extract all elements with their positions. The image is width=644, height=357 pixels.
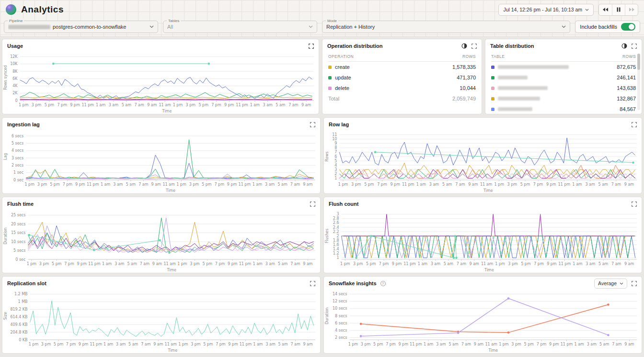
series-color-dot: [491, 108, 494, 111]
svg-text:1 sec: 1 sec: [13, 170, 23, 175]
svg-text:3 pm: 3 pm: [507, 182, 518, 187]
expand-button[interactable]: [632, 201, 637, 207]
toggle-knob: [629, 24, 634, 30]
svg-text:1 am: 1 am: [424, 342, 434, 346]
svg-text:7 am: 7 am: [461, 342, 472, 346]
expand-button[interactable]: [632, 44, 637, 49]
pipeline-select[interactable]: Pipeline postgres-common-to-snowflake: [4, 21, 158, 33]
svg-text:5 am: 5 am: [127, 262, 137, 266]
svg-text:5 pm: 5 pm: [52, 262, 62, 266]
svg-text:7 am: 7 am: [141, 342, 151, 346]
fast-forward-icon: [629, 7, 635, 12]
pie-chart-icon: [461, 43, 467, 49]
date-range-picker[interactable]: Jul 14, 12:26 pm - Jul 16, 10:13 am: [498, 4, 594, 16]
table-row[interactable]: create1,578,335: [328, 62, 476, 72]
svg-text:9 pm: 9 pm: [224, 103, 234, 107]
svg-text:Size: Size: [3, 312, 8, 320]
expand-button[interactable]: [632, 122, 637, 127]
svg-text:9 pm: 9 pm: [228, 262, 238, 266]
svg-text:Time: Time: [484, 268, 494, 272]
svg-text:Flushes: Flushes: [325, 229, 329, 243]
expand-icon: [632, 122, 637, 127]
svg-text:5 pm: 5 pm: [203, 342, 213, 346]
svg-text:3 pm: 3 pm: [41, 342, 51, 346]
table-row[interactable]: 246,141: [491, 72, 636, 83]
svg-text:4K: 4K: [12, 84, 18, 88]
svg-text:9 am: 9 am: [624, 182, 634, 187]
expand-button[interactable]: [310, 122, 315, 127]
expand-icon: [632, 44, 637, 49]
mode-select-value: Replication + History: [326, 24, 562, 30]
scrollbar-thumb[interactable]: [637, 54, 640, 70]
svg-text:4: 4: [334, 163, 337, 167]
mode-select-label: Mode: [326, 19, 338, 23]
pie-chart-icon: [621, 43, 627, 49]
svg-text:10K: 10K: [10, 62, 18, 66]
expand-icon: [310, 122, 315, 127]
expand-icon: [632, 201, 637, 207]
panel-title: Replication slot: [7, 280, 46, 286]
expand-button[interactable]: [310, 281, 315, 286]
table-row[interactable]: delete10,044: [328, 83, 476, 93]
svg-text:Time: Time: [165, 189, 175, 193]
svg-text:9 pm: 9 pm: [228, 342, 238, 346]
svg-text:3 am: 3 am: [587, 342, 597, 346]
svg-text:10 secs: 10 secs: [11, 240, 25, 244]
pause-button[interactable]: [612, 4, 625, 15]
svg-text:3 am: 3 am: [586, 262, 596, 266]
mode-select[interactable]: Mode Replication + History: [322, 21, 570, 33]
table-row[interactable]: 143,638: [491, 83, 636, 93]
svg-text:1.6: 1.6: [333, 243, 339, 247]
table-row[interactable]: update471,370: [328, 72, 476, 83]
date-range-text: Jul 14, 12:26 pm - Jul 16, 10:13 am: [503, 7, 582, 12]
tables-select[interactable]: Tables All: [163, 21, 317, 33]
svg-text:3 am: 3 am: [265, 262, 276, 266]
svg-text:1 pm: 1 pm: [348, 342, 358, 346]
svg-text:2 secs: 2 secs: [12, 163, 23, 167]
svg-text:7: 7: [334, 150, 337, 154]
svg-text:11 am: 11 am: [485, 342, 497, 346]
pie-chart-toggle-button[interactable]: [461, 43, 467, 49]
include-backfills-toggle[interactable]: [621, 23, 635, 31]
table-row[interactable]: 872,675: [491, 62, 636, 72]
top-header-area: Analytics Jul 14, 12:26 pm - Jul 16, 10:…: [0, 0, 644, 37]
svg-text:11 pm: 11 pm: [403, 262, 416, 266]
svg-text:7 am: 7 am: [611, 182, 621, 187]
svg-text:2: 2: [334, 172, 337, 176]
expand-button[interactable]: [632, 281, 637, 286]
panel-title: Row lag: [329, 122, 349, 127]
flush-time-chart: 0 sec5 secs10 secs15 secs20 secs25 secs1…: [2, 210, 320, 273]
table-row[interactable]: 132,867: [491, 93, 636, 104]
svg-text:11 am: 11 am: [162, 182, 175, 187]
aggregation-select[interactable]: Average: [594, 279, 627, 289]
series-color-dot: [491, 97, 494, 100]
svg-text:11: 11: [332, 133, 337, 137]
pie-chart-toggle-button[interactable]: [621, 43, 627, 49]
table-distribution-scrollbar[interactable]: [637, 54, 640, 110]
expand-button[interactable]: [472, 44, 477, 49]
table-row[interactable]: 84,567: [491, 104, 636, 114]
svg-text:1 am: 1 am: [575, 342, 585, 346]
series-color-dot: [328, 66, 332, 69]
rewind-button[interactable]: [599, 4, 612, 15]
table-column-headers: OPERATIONROWS: [328, 52, 476, 62]
svg-text:1 am: 1 am: [253, 182, 263, 187]
svg-text:6 secs: 6 secs: [12, 134, 23, 138]
svg-text:7 pm: 7 pm: [214, 182, 224, 187]
expand-button[interactable]: [309, 44, 314, 49]
help-icon[interactable]: ?: [380, 281, 386, 286]
svg-text:1 am: 1 am: [416, 182, 426, 187]
table-distribution-table: TABLEROWS872,675246,141143,638132,86784,…: [485, 52, 642, 114]
fast-forward-button[interactable]: [625, 4, 638, 15]
svg-text:12 secs: 12 secs: [333, 299, 347, 303]
svg-text:1.4: 1.4: [333, 247, 339, 251]
svg-text:Duration: Duration: [325, 308, 329, 324]
svg-text:7 am: 7 am: [290, 182, 300, 187]
svg-text:5 am: 5 am: [278, 262, 288, 266]
pause-icon: [617, 7, 621, 12]
svg-text:0 sec: 0 sec: [13, 178, 23, 182]
svg-text:1 am: 1 am: [572, 182, 582, 187]
svg-text:1 am: 1 am: [96, 103, 106, 107]
expand-button[interactable]: [310, 201, 315, 207]
svg-text:5 pm: 5 pm: [366, 262, 376, 266]
